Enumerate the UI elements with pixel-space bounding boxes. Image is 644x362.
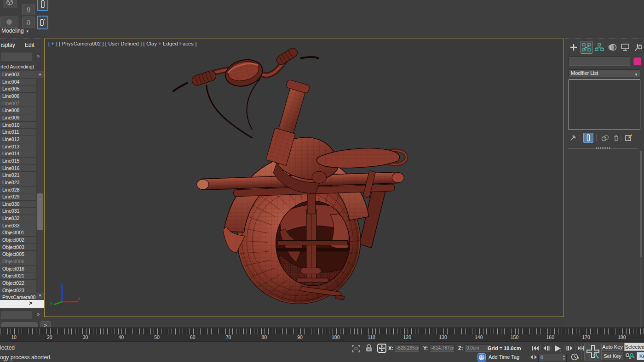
- list-item[interactable]: Line014: [0, 150, 36, 158]
- tick-label: 120: [403, 334, 411, 340]
- tab-modify[interactable]: [581, 41, 592, 54]
- scrollbar-thumb[interactable]: [37, 193, 43, 230]
- expand-chevrons-icon[interactable]: »: [37, 53, 40, 59]
- ribbon-grow-down-button[interactable]: [22, 17, 35, 28]
- list-item[interactable]: Line008: [0, 107, 36, 114]
- timeline-ticks[interactable]: [0, 328, 644, 334]
- isolate-selection-button[interactable]: [351, 345, 361, 354]
- coord-x-field[interactable]: -526.265cm: [395, 345, 420, 352]
- list-item[interactable]: Object016: [0, 266, 36, 273]
- list-item[interactable]: Line004: [0, 79, 36, 86]
- go-to-start-button[interactable]: [530, 344, 540, 353]
- list-item[interactable]: Line006: [0, 93, 36, 100]
- list-item[interactable]: Line007: [0, 100, 36, 107]
- tick-label: 140: [475, 334, 483, 340]
- set-key-button[interactable]: Set Key: [602, 352, 623, 360]
- ribbon-grow-up-button[interactable]: [22, 4, 35, 15]
- list-item[interactable]: Object006: [0, 258, 36, 266]
- play-button[interactable]: [552, 344, 564, 353]
- list-item[interactable]: Object003: [0, 244, 36, 251]
- list-item[interactable]: Line009: [0, 114, 36, 122]
- list-item[interactable]: Line005: [0, 85, 36, 93]
- object-name-field[interactable]: [569, 57, 630, 66]
- tick-label: 60: [190, 334, 196, 340]
- tab-create[interactable]: [568, 41, 580, 54]
- tab-hierarchy[interactable]: [593, 41, 605, 54]
- make-unique-button[interactable]: [600, 133, 610, 143]
- remove-modifier-button[interactable]: [611, 133, 621, 143]
- menu-display[interactable]: isplay: [1, 42, 15, 48]
- viewport[interactable]: [ + ] [ PhysCamera002 ] [ User Defined ]…: [44, 39, 564, 317]
- list-item[interactable]: Object002: [0, 237, 36, 244]
- list-item[interactable]: Line028: [0, 187, 36, 194]
- play-icon: [554, 345, 562, 352]
- pin-stack-button[interactable]: [568, 133, 578, 143]
- spinner-arrows-icon[interactable]: ▲▼: [563, 355, 565, 361]
- current-frame-spinner[interactable]: 0 ▲▼: [538, 354, 567, 362]
- selection-lock-toggle[interactable]: [365, 344, 373, 353]
- modifier-list-dropdown[interactable]: Modifier List ▼: [569, 69, 640, 77]
- list-item[interactable]: PhysCamera001: [0, 294, 36, 299]
- list-item[interactable]: Line023: [0, 179, 36, 187]
- show-end-result-button[interactable]: [583, 133, 593, 143]
- track-bar[interactable]: 1020304050607080901001101201301401501601…: [0, 327, 644, 342]
- auto-key-button[interactable]: Auto Key: [602, 343, 623, 351]
- scroll-up-icon[interactable]: ▲: [36, 71, 44, 78]
- tab-display[interactable]: [619, 41, 631, 54]
- scroll-down-icon[interactable]: ▼: [36, 293, 44, 299]
- sort-header[interactable]: rted Ascending): [0, 64, 34, 69]
- list-item[interactable]: Line010: [0, 122, 36, 129]
- tab-utilities[interactable]: [632, 41, 644, 54]
- expand-chevrons-icon[interactable]: »: [37, 311, 40, 317]
- trash-icon: [613, 135, 619, 141]
- ribbon-toggle-button-1[interactable]: [37, 0, 48, 11]
- selection-set-dropdown[interactable]: Selected: [624, 343, 644, 351]
- list-item[interactable]: Object023: [0, 287, 36, 294]
- modifier-stack[interactable]: [569, 79, 640, 130]
- scroll-right-icon[interactable]: >: [29, 300, 32, 306]
- list-item[interactable]: Line030: [0, 201, 36, 208]
- list-item[interactable]: Line015: [0, 158, 36, 165]
- list-item[interactable]: Line012: [0, 136, 36, 143]
- list-item[interactable]: Line029: [0, 193, 36, 201]
- ribbon-sphere-button[interactable]: [0, 17, 18, 28]
- list-item[interactable]: Line031: [0, 208, 36, 215]
- menu-edit[interactable]: Edit: [25, 42, 34, 48]
- tab-motion[interactable]: [606, 41, 618, 54]
- list-item[interactable]: Line033: [0, 222, 36, 230]
- absolute-mode-toggle[interactable]: [377, 344, 386, 354]
- list-item[interactable]: Object001: [0, 229, 36, 237]
- next-frame-button[interactable]: [564, 344, 575, 353]
- tick-label: 130: [439, 334, 447, 340]
- list-item[interactable]: Object005: [0, 251, 36, 258]
- rollout-grip[interactable]: [596, 147, 610, 149]
- configure-modifier-sets-button[interactable]: [624, 133, 634, 143]
- object-color-swatch[interactable]: [633, 57, 641, 65]
- key-filters-icons-button[interactable]: [625, 353, 635, 361]
- list-item[interactable]: Line013: [0, 143, 36, 151]
- set-keys-button[interactable]: [584, 343, 602, 361]
- ribbon-cube-button[interactable]: [3, 0, 17, 8]
- scene-explorer-search-input[interactable]: [0, 52, 32, 61]
- key-mode-toggle[interactable]: [530, 355, 537, 361]
- list-item[interactable]: Line016: [0, 165, 36, 172]
- previous-frame-button[interactable]: [541, 344, 552, 353]
- list-item[interactable]: Line011: [0, 129, 36, 136]
- time-configuration-button[interactable]: [570, 353, 579, 362]
- list-item[interactable]: Line003: [0, 71, 36, 79]
- secondary-search-input[interactable]: [0, 310, 32, 319]
- list-item[interactable]: Object021: [0, 272, 36, 280]
- viewport-label[interactable]: [ + ] [ PhysCamera002 ] [ User Defined ]…: [48, 41, 197, 46]
- ribbon-toggle-button-2[interactable]: [37, 16, 48, 29]
- scene-explorer-hscroll[interactable]: >: [0, 300, 44, 308]
- brake-cable: [207, 85, 253, 138]
- modeling-dropdown[interactable]: Modeling▼: [1, 28, 29, 34]
- list-item[interactable]: Line032: [0, 215, 36, 222]
- list-item[interactable]: Line021: [0, 172, 36, 179]
- list-item[interactable]: Object022: [0, 280, 36, 287]
- display-monitor-icon: [621, 43, 630, 51]
- status-bar: lected ogy process aborted. X: -526.265c…: [0, 342, 644, 362]
- coord-y-field[interactable]: -614.787cm: [430, 345, 454, 352]
- scene-explorer-scrollbar[interactable]: ▲ ▼: [36, 71, 43, 299]
- key-filters-button[interactable]: Ke: [637, 352, 644, 360]
